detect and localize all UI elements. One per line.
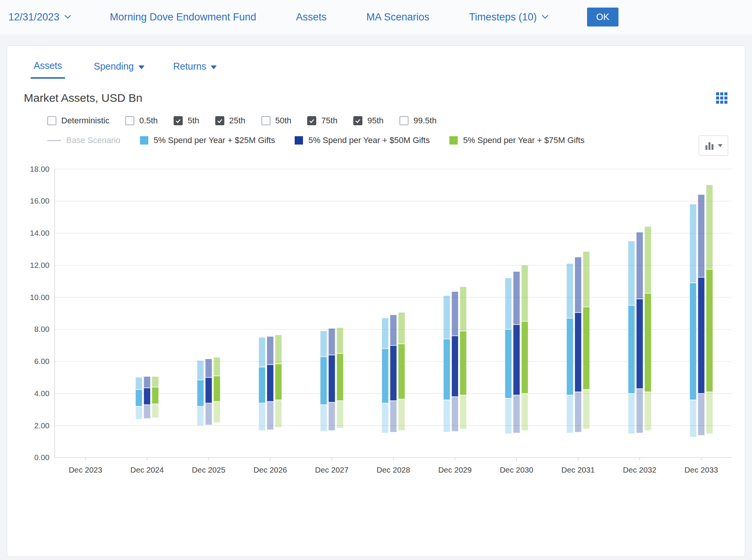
percentile-toggle-label: Deterministic bbox=[61, 116, 109, 126]
grid-view-icon[interactable] bbox=[716, 92, 727, 104]
nav-assets[interactable]: Assets bbox=[296, 11, 326, 23]
chart-svg: 0.002.004.006.008.0010.0012.0014.0016.00… bbox=[16, 163, 740, 501]
svg-text:Dec 2031: Dec 2031 bbox=[561, 465, 595, 474]
svg-text:18.00: 18.00 bbox=[30, 165, 50, 173]
checkbox-checked-icon[interactable] bbox=[174, 116, 183, 125]
tab-bar: Assets Spending Returns bbox=[7, 46, 745, 79]
tab-assets[interactable]: Assets bbox=[31, 60, 65, 79]
ok-button[interactable]: OK bbox=[587, 8, 618, 26]
svg-text:10.00: 10.00 bbox=[30, 293, 50, 302]
valuation-date-label: 12/31/2023 bbox=[8, 11, 59, 23]
percentile-toggle-99-5th[interactable]: 99.5th bbox=[399, 116, 437, 126]
tab-returns-label: Returns bbox=[173, 61, 207, 72]
assets-panel: Assets Spending Returns Market Assets, U… bbox=[7, 45, 745, 557]
chevron-down-icon bbox=[65, 12, 71, 19]
svg-text:Dec 2026: Dec 2026 bbox=[253, 465, 287, 474]
svg-text:8.00: 8.00 bbox=[34, 325, 49, 333]
percentile-toggle-label: 50th bbox=[275, 116, 292, 126]
caret-down-icon bbox=[718, 144, 722, 147]
percentile-toggle-label: 99.5th bbox=[413, 116, 437, 126]
chart-header: Market Assets, USD Bn bbox=[7, 79, 745, 104]
nav-fund-name[interactable]: Morning Dove Endowment Fund bbox=[110, 11, 256, 23]
svg-text:4.00: 4.00 bbox=[34, 389, 49, 398]
legend-swatch-icon bbox=[295, 136, 303, 145]
percentile-toggle-label: 5th bbox=[188, 116, 199, 126]
checkbox-checked-icon[interactable] bbox=[215, 116, 224, 125]
chevron-down-icon bbox=[542, 12, 548, 19]
top-navigation-bar: 12/31/2023 Morning Dove Endowment Fund A… bbox=[0, 0, 752, 34]
legend-series-1[interactable]: 5% Spend per Year + $50M Gifts bbox=[295, 135, 430, 145]
svg-text:Dec 2024: Dec 2024 bbox=[130, 465, 164, 474]
svg-text:Dec 2023: Dec 2023 bbox=[69, 465, 103, 474]
tab-returns[interactable]: Returns bbox=[173, 60, 217, 79]
checkbox-unchecked-icon[interactable] bbox=[47, 116, 56, 125]
percentile-toggle-25th[interactable]: 25th bbox=[215, 116, 245, 126]
legend-base-scenario-label: Base Scenario bbox=[66, 135, 120, 145]
percentile-toggle-deterministic[interactable]: Deterministic bbox=[47, 116, 109, 126]
svg-text:12.00: 12.00 bbox=[30, 261, 50, 269]
percentile-toggle-label: 75th bbox=[321, 116, 337, 126]
legend-swatch-icon bbox=[140, 136, 148, 145]
timesteps-label: Timesteps (10) bbox=[469, 11, 537, 23]
percentile-toggle-label: 95th bbox=[367, 116, 384, 126]
legend-base-scenario[interactable]: Base Scenario bbox=[47, 135, 120, 145]
chart-legend: Base Scenario5% Spend per Year + $25M Gi… bbox=[47, 135, 584, 145]
valuation-date-dropdown[interactable]: 12/31/2023 bbox=[8, 11, 70, 23]
market-assets-chart: 0.002.004.006.008.0010.0012.0014.0016.00… bbox=[7, 156, 745, 503]
svg-text:6.00: 6.00 bbox=[34, 357, 49, 366]
checkbox-unchecked-icon[interactable] bbox=[125, 116, 134, 125]
percentile-toggle-50th[interactable]: 50th bbox=[261, 116, 292, 126]
svg-text:Dec 2032: Dec 2032 bbox=[623, 465, 657, 474]
legend-row: Base Scenario5% Spend per Year + $25M Gi… bbox=[7, 126, 745, 156]
svg-text:2.00: 2.00 bbox=[34, 421, 49, 430]
legend-series-2[interactable]: 5% Spend per Year + $75M Gifts bbox=[449, 135, 584, 145]
percentile-toggle-75th[interactable]: 75th bbox=[307, 116, 337, 126]
legend-swatch-icon bbox=[449, 136, 458, 145]
svg-text:14.00: 14.00 bbox=[30, 229, 50, 237]
tab-assets-label: Assets bbox=[34, 60, 62, 71]
svg-text:Dec 2027: Dec 2027 bbox=[315, 465, 349, 474]
bar-chart-icon bbox=[705, 141, 715, 151]
checkbox-checked-icon[interactable] bbox=[353, 116, 362, 125]
legend-series-label: 5% Spend per Year + $50M Gifts bbox=[308, 135, 430, 145]
percentile-toggle-label: 0.5th bbox=[139, 116, 158, 126]
base-scenario-line-swatch bbox=[47, 140, 61, 141]
legend-series-label: 5% Spend per Year + $75M Gifts bbox=[463, 135, 584, 145]
checkbox-unchecked-icon[interactable] bbox=[399, 116, 409, 125]
tab-spending[interactable]: Spending bbox=[94, 60, 144, 79]
chart-title: Market Assets, USD Bn bbox=[24, 92, 142, 104]
percentile-toggles: Deterministic0.5th5th25th50th75th95th99.… bbox=[7, 104, 745, 126]
svg-text:Dec 2028: Dec 2028 bbox=[377, 465, 410, 474]
svg-text:Dec 2033: Dec 2033 bbox=[685, 465, 718, 474]
caret-down-icon bbox=[211, 65, 217, 69]
percentile-toggle-label: 25th bbox=[229, 116, 245, 126]
timesteps-dropdown[interactable]: Timesteps (10) bbox=[469, 11, 547, 23]
checkbox-unchecked-icon[interactable] bbox=[261, 116, 270, 125]
legend-series-0[interactable]: 5% Spend per Year + $25M Gifts bbox=[140, 135, 275, 145]
percentile-toggle-95th[interactable]: 95th bbox=[353, 116, 384, 126]
percentile-toggle-5th[interactable]: 5th bbox=[174, 116, 199, 126]
svg-text:0.00: 0.00 bbox=[34, 453, 49, 462]
caret-down-icon bbox=[138, 65, 144, 69]
chart-type-dropdown[interactable] bbox=[699, 135, 728, 156]
svg-text:Dec 2029: Dec 2029 bbox=[438, 465, 472, 474]
nav-ma-scenarios[interactable]: MA Scenarios bbox=[366, 11, 429, 23]
checkbox-checked-icon[interactable] bbox=[307, 116, 316, 125]
legend-series-label: 5% Spend per Year + $25M Gifts bbox=[154, 135, 275, 145]
tab-spending-label: Spending bbox=[94, 61, 134, 72]
percentile-toggle-0-5th[interactable]: 0.5th bbox=[125, 116, 158, 126]
svg-text:Dec 2025: Dec 2025 bbox=[192, 465, 225, 474]
svg-text:16.00: 16.00 bbox=[30, 196, 50, 205]
svg-text:Dec 2030: Dec 2030 bbox=[500, 465, 533, 474]
